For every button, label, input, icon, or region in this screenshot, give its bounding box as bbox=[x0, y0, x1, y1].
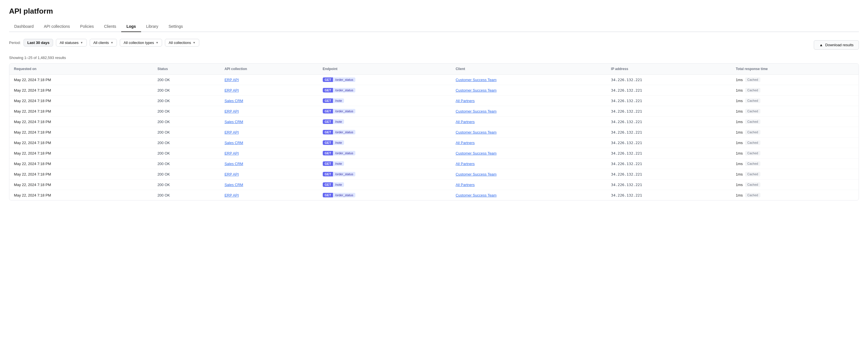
cell-response-time: 1ms Cached bbox=[731, 179, 859, 190]
api-collection-link[interactable]: Sales CRM bbox=[224, 99, 243, 103]
table-row[interactable]: May 22, 2024 7:18 PM 200 OK Sales CRM GE… bbox=[9, 159, 859, 169]
collection-types-filter[interactable]: All collection types ▼ bbox=[120, 39, 162, 46]
cell-client[interactable]: All Partners bbox=[451, 96, 606, 106]
endpoint-path: /order_status bbox=[333, 130, 355, 134]
cell-ip: 34.226.132.221 bbox=[607, 179, 732, 190]
client-link[interactable]: All Partners bbox=[456, 99, 474, 103]
cell-api-collection[interactable]: Sales CRM bbox=[220, 138, 318, 148]
cell-api-collection[interactable]: Sales CRM bbox=[220, 96, 318, 106]
cell-client[interactable]: All Partners bbox=[451, 116, 606, 127]
tab-clients[interactable]: Clients bbox=[99, 21, 122, 32]
cell-client[interactable]: All Partners bbox=[451, 179, 606, 190]
cell-api-collection[interactable]: ERP API bbox=[220, 190, 318, 201]
api-collection-link[interactable]: Sales CRM bbox=[224, 183, 243, 187]
api-collection-link[interactable]: ERP API bbox=[224, 88, 239, 93]
cell-client[interactable]: Customer Success Team bbox=[451, 75, 606, 85]
endpoint-path: /order_status bbox=[333, 109, 355, 113]
client-link[interactable]: All Partners bbox=[456, 183, 474, 187]
tab-policies[interactable]: Policies bbox=[75, 21, 99, 32]
method-badge: GET/order_status bbox=[323, 77, 355, 82]
table-row[interactable]: May 22, 2024 7:18 PM 200 OK Sales CRM GE… bbox=[9, 138, 859, 148]
cached-badge: Cached bbox=[745, 88, 761, 93]
client-link[interactable]: Customer Success Team bbox=[456, 88, 496, 93]
table-row[interactable]: May 22, 2024 7:18 PM 200 OK ERP API GET/… bbox=[9, 106, 859, 116]
tab-logs[interactable]: Logs bbox=[121, 21, 141, 32]
api-collection-link[interactable]: Sales CRM bbox=[224, 120, 243, 124]
cell-api-collection[interactable]: ERP API bbox=[220, 127, 318, 138]
api-collection-link[interactable]: Sales CRM bbox=[224, 162, 243, 166]
period-filter[interactable]: Last 30 days bbox=[24, 39, 53, 46]
cell-api-collection[interactable]: Sales CRM bbox=[220, 116, 318, 127]
cell-status: 200 OK bbox=[153, 106, 220, 116]
logs-table: Requested on Status API collection Endpo… bbox=[9, 64, 859, 200]
table-row[interactable]: May 22, 2024 7:18 PM 200 OK Sales CRM GE… bbox=[9, 179, 859, 190]
table-row[interactable]: May 22, 2024 7:18 PM 200 OK ERP API GET/… bbox=[9, 169, 859, 179]
cached-badge: Cached bbox=[745, 77, 761, 82]
clients-filter[interactable]: All clients ▼ bbox=[90, 39, 117, 46]
client-link[interactable]: Customer Success Team bbox=[456, 130, 496, 134]
cell-ip: 34.226.132.221 bbox=[607, 190, 732, 201]
cell-ip: 34.226.132.221 bbox=[607, 106, 732, 116]
cell-response-time: 1ms Cached bbox=[731, 106, 859, 116]
tab-library[interactable]: Library bbox=[141, 21, 163, 32]
cell-client[interactable]: Customer Success Team bbox=[451, 148, 606, 159]
table-row[interactable]: May 22, 2024 7:18 PM 200 OK ERP API GET/… bbox=[9, 148, 859, 159]
table-row[interactable]: May 22, 2024 7:18 PM 200 OK ERP API GET/… bbox=[9, 75, 859, 85]
table-header-row: Requested on Status API collection Endpo… bbox=[9, 64, 859, 75]
collections-filter[interactable]: All collections ▼ bbox=[165, 39, 199, 46]
response-time-value: 1ms bbox=[736, 162, 743, 166]
cached-badge: Cached bbox=[745, 119, 761, 124]
cell-client[interactable]: Customer Success Team bbox=[451, 85, 606, 96]
table-row[interactable]: May 22, 2024 7:18 PM 200 OK Sales CRM GE… bbox=[9, 116, 859, 127]
table-row[interactable]: May 22, 2024 7:18 PM 200 OK Sales CRM GE… bbox=[9, 96, 859, 106]
cell-client[interactable]: Customer Success Team bbox=[451, 190, 606, 201]
response-time-value: 1ms bbox=[736, 183, 743, 187]
cell-api-collection[interactable]: ERP API bbox=[220, 169, 318, 179]
cell-client[interactable]: Customer Success Team bbox=[451, 106, 606, 116]
cell-client[interactable]: Customer Success Team bbox=[451, 169, 606, 179]
cell-ip: 34.226.132.221 bbox=[607, 116, 732, 127]
api-collection-link[interactable]: ERP API bbox=[224, 130, 239, 134]
tab-settings[interactable]: Settings bbox=[163, 21, 188, 32]
period-label: Period: bbox=[9, 40, 21, 45]
tab-dashboard[interactable]: Dashboard bbox=[9, 21, 39, 32]
response-time-value: 1ms bbox=[736, 130, 743, 134]
cell-api-collection[interactable]: Sales CRM bbox=[220, 179, 318, 190]
cell-api-collection[interactable]: ERP API bbox=[220, 75, 318, 85]
api-collection-link[interactable]: Sales CRM bbox=[224, 141, 243, 145]
table-row[interactable]: May 22, 2024 7:18 PM 200 OK ERP API GET/… bbox=[9, 190, 859, 201]
response-time-value: 1ms bbox=[736, 172, 743, 176]
cell-endpoint: GET/note bbox=[318, 96, 451, 106]
cell-api-collection[interactable]: ERP API bbox=[220, 106, 318, 116]
cell-api-collection[interactable]: Sales CRM bbox=[220, 159, 318, 169]
api-collection-link[interactable]: ERP API bbox=[224, 193, 239, 197]
client-link[interactable]: Customer Success Team bbox=[456, 151, 496, 156]
download-results-button[interactable]: ▲ Download results bbox=[814, 40, 859, 49]
client-link[interactable]: All Partners bbox=[456, 120, 474, 124]
cell-client[interactable]: All Partners bbox=[451, 138, 606, 148]
api-collection-link[interactable]: ERP API bbox=[224, 78, 239, 82]
client-link[interactable]: Customer Success Team bbox=[456, 78, 496, 82]
endpoint-path: /note bbox=[333, 182, 344, 187]
client-link[interactable]: All Partners bbox=[456, 162, 474, 166]
cell-api-collection[interactable]: ERP API bbox=[220, 85, 318, 96]
client-link[interactable]: Customer Success Team bbox=[456, 172, 496, 176]
method-badge: GET/note bbox=[323, 161, 344, 166]
api-collection-link[interactable]: ERP API bbox=[224, 109, 239, 113]
client-link[interactable]: All Partners bbox=[456, 141, 474, 145]
table-row[interactable]: May 22, 2024 7:18 PM 200 OK ERP API GET/… bbox=[9, 127, 859, 138]
tab-api-collections[interactable]: API collections bbox=[39, 21, 75, 32]
client-link[interactable]: Customer Success Team bbox=[456, 193, 496, 197]
api-collection-link[interactable]: ERP API bbox=[224, 151, 239, 156]
col-api-collection: API collection bbox=[220, 64, 318, 75]
status-filter[interactable]: All statuses ▼ bbox=[56, 39, 87, 46]
cell-status: 200 OK bbox=[153, 190, 220, 201]
cell-client[interactable]: Customer Success Team bbox=[451, 127, 606, 138]
cell-api-collection[interactable]: ERP API bbox=[220, 148, 318, 159]
api-collection-link[interactable]: ERP API bbox=[224, 172, 239, 176]
cell-client[interactable]: All Partners bbox=[451, 159, 606, 169]
client-link[interactable]: Customer Success Team bbox=[456, 109, 496, 113]
table-row[interactable]: May 22, 2024 7:18 PM 200 OK ERP API GET/… bbox=[9, 85, 859, 96]
cell-ip: 34.226.132.221 bbox=[607, 75, 732, 85]
cell-status: 200 OK bbox=[153, 159, 220, 169]
